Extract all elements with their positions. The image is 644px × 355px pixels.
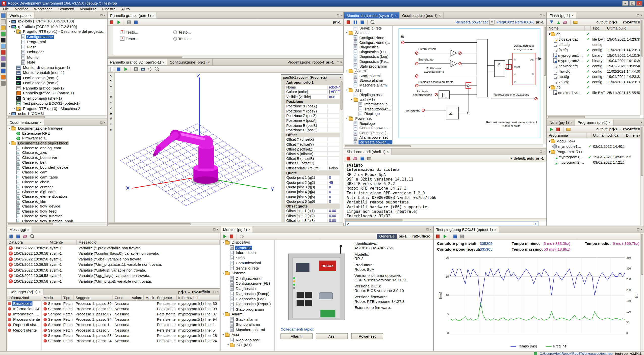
- message-row[interactable]: 10/03/2022 10:36:58 sysm-1 Variabile (?.…: [7, 256, 220, 262]
- close-icon[interactable]: [217, 228, 219, 231]
- legend-item[interactable]: Freq [hz]: [546, 344, 568, 348]
- close-icon[interactable]: [27, 227, 29, 231]
- tab-workspace[interactable]: Workspace: [7, 12, 35, 18]
- tree-item[interactable]: ▾ Progetto RTE (prj-1) - Descrizione del…: [7, 29, 107, 34]
- tree-item[interactable]: Diagnostica (Dump): [344, 50, 392, 54]
- tab-pptest[interactable]: Test ping/pong BCC/31 (pptest-1): [434, 226, 499, 232]
- menu-item[interactable]: Aiuto: [118, 7, 133, 12]
- tree-item[interactable]: Riepilogo: [344, 121, 392, 126]
- close-icon[interactable]: [439, 13, 441, 17]
- close-icon[interactable]: [430, 228, 432, 231]
- tab-oscilloscopio[interactable]: Oscilloscopio (osc-1): [400, 12, 444, 18]
- property-row[interactable]: Visibile (visible) true: [281, 95, 343, 99]
- close-icon[interactable]: [104, 14, 106, 17]
- property-row[interactable]: Posizione A (posA): [281, 119, 343, 123]
- save-icon[interactable]: [1, 25, 6, 31]
- tree-item[interactable]: Monitor di sistema (sysm-1): [7, 65, 107, 70]
- flash-icon[interactable]: [1, 75, 6, 80]
- float-icon[interactable]: [637, 14, 639, 17]
- tree-item[interactable]: ▸ rp2-loris [TCP/IP 10.0.45.3:8100]: [7, 19, 107, 24]
- tree-item[interactable]: Informazioni: [221, 250, 274, 255]
- graphic-item[interactable]: Testo...: [120, 29, 173, 35]
- breakpoint-row[interactable]: Sempre Fetch Processo 1, passo 30 Nessun…: [42, 301, 220, 306]
- stop-icon[interactable]: [345, 19, 351, 25]
- tree-item[interactable]: ▸ Progetto RTE (prj-3) - Macchina 2: [7, 106, 107, 111]
- property-row[interactable]: Offset X (offsetX): [281, 137, 343, 142]
- column-header[interactable]: [586, 133, 591, 138]
- tree-item[interactable]: Stato: [221, 255, 274, 260]
- field-value[interactable]: Robox BIOS versione 3.0.10: [354, 288, 428, 293]
- help-icon[interactable]: ?: [489, 20, 495, 25]
- close-icon[interactable]: [39, 120, 41, 124]
- close-icon[interactable]: [217, 290, 219, 294]
- breakpoint-row[interactable]: Sempre Fetch Processo 1, passo 28 Nessun…: [42, 333, 220, 338]
- assi-button[interactable]: Assi: [316, 333, 348, 339]
- column-header[interactable]: Programma: [547, 133, 586, 138]
- tree-item[interactable]: Diagnostica (Dump): [221, 291, 274, 296]
- close-icon[interactable]: [640, 121, 642, 124]
- float-icon[interactable]: [100, 121, 102, 124]
- breakpoint-row[interactable]: Sempre Fetch Processo 1, passo 24 Nessun…: [42, 338, 220, 343]
- tree-item[interactable]: Configurazione: [221, 276, 274, 281]
- tree-item[interactable]: Flash: [7, 45, 107, 50]
- menu-item[interactable]: File: [0, 7, 12, 12]
- property-row[interactable]: Offset: [281, 133, 343, 137]
- tree-item[interactable]: Oscilloscopio (osc-2): [7, 80, 107, 85]
- stop-icon[interactable]: [345, 156, 351, 161]
- tree-item[interactable]: Monitor: [7, 55, 107, 60]
- tree-item[interactable]: ▾ Assi: [344, 88, 392, 93]
- vertical-scrollbar[interactable]: [640, 126, 643, 225]
- options-icon[interactable]: [510, 156, 512, 160]
- property-row[interactable]: Quota joint 5 (qj5) 0: [281, 195, 343, 199]
- column-header[interactable]: Data/ora: [7, 240, 48, 245]
- column-header[interactable]: Ultima modifica: [591, 133, 624, 138]
- property-row[interactable]: Colore (color) #FFFFFF: [281, 90, 343, 95]
- menu-item[interactable]: Visualizza: [77, 7, 99, 12]
- close-icon[interactable]: [570, 120, 572, 124]
- zoom-icon[interactable]: [154, 66, 160, 72]
- close-icon[interactable]: [162, 60, 164, 64]
- property-row[interactable]: Nome robot-4: [281, 85, 343, 90]
- menu-item[interactable]: Strumenti: [55, 7, 77, 12]
- message-row[interactable]: 10/03/2022 10:36:58 sysm-1 Variabile (?.…: [7, 245, 220, 251]
- tree-item[interactable]: Classe rc_bdeserver: [7, 155, 107, 160]
- clear-icon[interactable]: [352, 156, 358, 161]
- pingpong-chart[interactable]: 05101520050100150200250300350[ms][hz]: [438, 254, 638, 343]
- message-row[interactable]: 10/03/2022 10:36:58 sysm-1 Variabile (?.…: [7, 268, 220, 273]
- expand-arrow-icon[interactable]: ▾: [549, 32, 551, 36]
- stop-icon[interactable]: [109, 19, 115, 25]
- close-icon[interactable]: [387, 150, 389, 154]
- debug-category[interactable]: Breakpoint: [7, 301, 41, 306]
- tree-item[interactable]: ▾ Assi: [221, 332, 274, 337]
- tree-item[interactable]: Classe rc_crimper: [7, 185, 107, 189]
- expand-arrow-icon[interactable]: ▸: [8, 20, 12, 23]
- tree-item[interactable]: Firmware RTE: [7, 136, 107, 140]
- menu-item[interactable]: Modifica: [12, 7, 31, 12]
- tab-programmi[interactable]: Programmi (prj-1): [575, 119, 614, 125]
- tab-shell[interactable]: Shell comandi (shell-1): [344, 149, 392, 155]
- stop-icon[interactable]: [229, 234, 235, 239]
- expand-arrow-icon[interactable]: ▸: [13, 107, 16, 110]
- save-icon[interactable]: [116, 66, 122, 72]
- column-header[interactable]: Modo: [42, 295, 62, 300]
- vertical-scrollbar[interactable]: [340, 80, 343, 222]
- tree-item[interactable]: Diagnostica (Report): [344, 59, 392, 64]
- tree-item[interactable]: Diagnostica (Log): [221, 296, 274, 301]
- tree-item[interactable]: Riepilogo assi: [344, 93, 392, 97]
- save-icon[interactable]: [359, 156, 365, 161]
- run-icon[interactable]: [442, 234, 448, 239]
- property-row[interactable]: Quota joint 4 (qj4) 0: [281, 190, 343, 195]
- tree-item[interactable]: Pannello grafico 3D (pan3d-1): [7, 91, 107, 96]
- pause-icon[interactable]: [8, 234, 14, 239]
- vertical-scrollbar[interactable]: [543, 26, 546, 144]
- workspace-icon[interactable]: [1, 13, 6, 18]
- run-icon[interactable]: [123, 66, 128, 72]
- breakpoint-row[interactable]: Sempre Fetch Processo 1, passo 87 Nessun…: [42, 311, 220, 317]
- horizontal-scrollbar[interactable]: [7, 115, 107, 119]
- close-icon[interactable]: [640, 228, 642, 231]
- tree-item[interactable]: Generale power set: [344, 126, 392, 131]
- folder-icon[interactable]: [573, 19, 578, 25]
- float-icon[interactable]: [337, 14, 339, 17]
- property-row[interactable]: Quota joint 2 (qj2) 45: [281, 180, 343, 185]
- tab-monitor[interactable]: Monitor (prj-1): [221, 226, 253, 232]
